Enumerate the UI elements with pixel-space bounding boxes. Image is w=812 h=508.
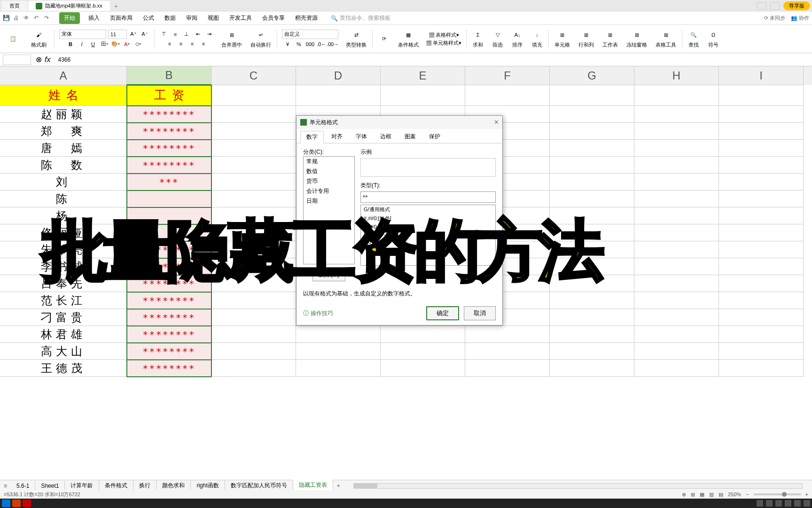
comma-icon[interactable]: 000: [305, 40, 315, 48]
find-button[interactable]: 🔍查找: [685, 28, 702, 49]
underline-button[interactable]: U: [88, 40, 98, 48]
formula-input[interactable]: [55, 55, 812, 65]
align-right-icon[interactable]: ≡: [187, 40, 197, 48]
clear-format-button[interactable]: ◇▾: [133, 40, 143, 48]
type-convert-button[interactable]: ⇄类型转换: [343, 28, 369, 49]
collaborate[interactable]: 👥 协作: [791, 15, 809, 22]
tray-icon[interactable]: [775, 500, 782, 507]
new-tab-button[interactable]: +: [111, 3, 121, 9]
tab-developer[interactable]: 开发工具: [227, 12, 254, 24]
align-left-icon[interactable]: ≡: [165, 40, 174, 48]
font-name-select[interactable]: [59, 30, 106, 39]
view-page-icon[interactable]: ▥: [709, 492, 714, 498]
empty-cell[interactable]: [296, 360, 381, 377]
name-cell[interactable]: 郑 爽: [0, 123, 127, 140]
tray-icon[interactable]: [757, 500, 763, 507]
salary-cell[interactable]: ********: [127, 309, 211, 326]
sync-status[interactable]: ⟳ 未同步: [764, 15, 785, 22]
sheet-tab[interactable]: Sheet1: [35, 481, 65, 491]
dialog-tab-font[interactable]: 字体: [350, 131, 373, 143]
sheet-tab[interactable]: 数字匹配加人民币符号: [225, 480, 293, 491]
empty-cell[interactable]: [719, 106, 804, 123]
sheet-tab[interactable]: 5.6-1: [11, 481, 35, 491]
view-break-icon[interactable]: ▤: [718, 492, 723, 498]
tab-resources[interactable]: 稻壳资源: [293, 12, 320, 24]
empty-cell[interactable]: [550, 309, 634, 326]
empty-cell[interactable]: [634, 258, 719, 275]
category-general[interactable]: 常规: [304, 157, 354, 167]
empty-cell[interactable]: [719, 326, 804, 343]
bold-button[interactable]: B: [66, 40, 75, 48]
name-box[interactable]: [3, 55, 31, 65]
category-currency[interactable]: 货币: [304, 176, 354, 186]
refresh-button[interactable]: ⟳: [375, 32, 392, 46]
indent-left-icon[interactable]: ⇤: [193, 30, 203, 39]
align-center-icon[interactable]: ≡: [176, 40, 186, 48]
sheet-tab[interactable]: right函数: [191, 480, 225, 491]
horizontal-scrollbar[interactable]: [353, 483, 803, 489]
redo-icon[interactable]: ↷: [44, 15, 52, 22]
empty-cell[interactable]: [381, 326, 465, 343]
window-btn-2[interactable]: [770, 2, 780, 10]
name-cell[interactable]: 陈: [0, 190, 127, 207]
salary-cell[interactable]: ********: [127, 140, 211, 157]
empty-cell[interactable]: [550, 174, 634, 190]
salary-cell[interactable]: ********: [127, 360, 211, 377]
empty-cell[interactable]: [550, 140, 634, 157]
empty-cell[interactable]: [550, 326, 634, 343]
empty-cell[interactable]: [634, 106, 719, 123]
empty-cell[interactable]: [296, 326, 381, 343]
decrease-decimal-icon[interactable]: .00→: [328, 40, 337, 48]
salary-cell[interactable]: ********: [127, 123, 211, 140]
symbol-button[interactable]: Ω符号: [705, 28, 722, 49]
zoom-in-icon[interactable]: +: [805, 492, 808, 497]
empty-cell[interactable]: [381, 85, 465, 106]
empty-cell[interactable]: [381, 343, 465, 360]
zoom-out-icon[interactable]: −: [746, 492, 749, 497]
indent-right-icon[interactable]: ⇥: [204, 30, 214, 39]
category-date[interactable]: 日期: [304, 196, 354, 206]
format-painter-button[interactable]: 🖌 格式刷: [28, 28, 49, 49]
empty-cell[interactable]: [719, 207, 804, 224]
tab-start[interactable]: 开始: [59, 12, 80, 24]
sum-button[interactable]: Σ求和: [469, 28, 486, 49]
empty-cell[interactable]: [211, 85, 296, 106]
font-color-button[interactable]: A▾: [122, 40, 132, 48]
empty-cell[interactable]: [719, 157, 804, 174]
name-cell[interactable]: 陈 数: [0, 157, 127, 174]
salary-cell[interactable]: ***: [127, 174, 211, 190]
salary-cell[interactable]: ********: [127, 326, 211, 343]
window-btn-1[interactable]: [757, 2, 766, 10]
italic-button[interactable]: I: [77, 40, 86, 48]
sheet-tab[interactable]: 条件格式: [99, 480, 133, 491]
sheet-nav-icon[interactable]: ≡: [0, 483, 11, 489]
tray-icon[interactable]: [794, 500, 801, 507]
category-accounting[interactable]: 会计专用: [304, 186, 354, 196]
dialog-tab-pattern[interactable]: 图案: [399, 131, 422, 143]
align-top-icon[interactable]: ⊤: [159, 30, 169, 39]
salary-cell[interactable]: ********: [127, 343, 211, 360]
currency-icon[interactable]: ¥: [283, 40, 292, 48]
name-cell[interactable]: 高大山: [0, 343, 127, 360]
tips-link[interactable]: ⓘ 操作技巧: [303, 310, 333, 318]
save-icon[interactable]: 💾: [3, 15, 10, 22]
col-header-b[interactable]: B: [127, 66, 211, 85]
empty-cell[interactable]: [719, 275, 804, 292]
col-header-d[interactable]: D: [296, 66, 381, 85]
header-name-cell[interactable]: 姓名: [0, 85, 127, 106]
salary-cell[interactable]: [127, 190, 211, 207]
name-cell[interactable]: 林君雄: [0, 326, 127, 343]
cond-format-button[interactable]: ▦条件格式: [395, 28, 422, 49]
empty-cell[interactable]: [634, 326, 719, 343]
empty-cell[interactable]: [634, 140, 719, 157]
premium-button[interactable]: 尊享版: [783, 1, 810, 10]
tab-page-layout[interactable]: 页面布局: [108, 12, 134, 24]
empty-cell[interactable]: [211, 343, 296, 360]
fill-button[interactable]: ↓填充: [529, 28, 546, 49]
document-tab[interactable]: 隐藏地mp4新增框架.b.xx: [28, 1, 110, 11]
empty-cell[interactable]: [719, 258, 804, 275]
empty-cell[interactable]: [634, 174, 719, 190]
empty-cell[interactable]: [719, 309, 804, 326]
percent-icon[interactable]: %: [294, 40, 304, 48]
category-number[interactable]: 数值: [304, 167, 354, 176]
